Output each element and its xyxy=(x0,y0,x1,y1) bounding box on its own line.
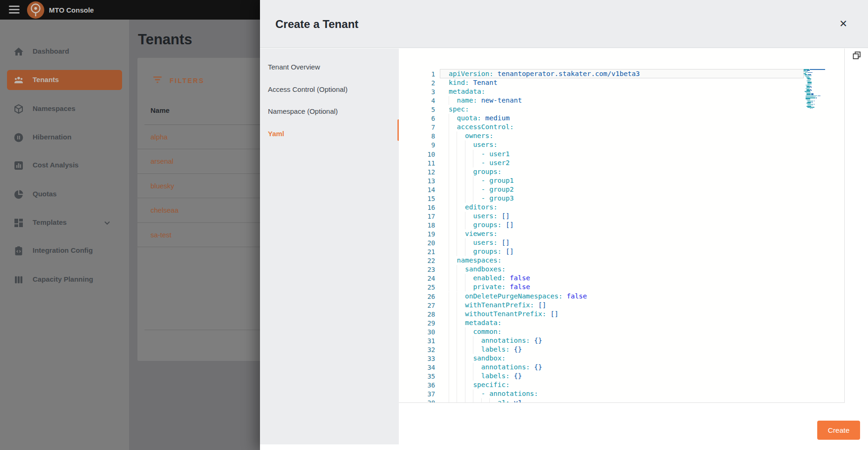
hamburger-icon[interactable] xyxy=(9,6,20,14)
line-number: 3 xyxy=(399,88,435,96)
drawer-tab-access-control-optional[interactable]: Access Control (Optional) xyxy=(260,79,399,101)
line-number: 23 xyxy=(399,265,435,274)
editor-line: 7 accessControl: xyxy=(399,123,804,132)
columns-icon xyxy=(13,274,24,285)
editor-line: 1apiVersion: tenantoperator.stakater.com… xyxy=(399,69,804,78)
filters-label: FILTERS xyxy=(170,77,205,84)
sidebar-item-integration-config[interactable]: Integration Config xyxy=(0,241,129,261)
line-number: 34 xyxy=(399,363,435,372)
line-number: 14 xyxy=(399,186,435,194)
tenant-link[interactable]: chelseaa xyxy=(150,206,178,214)
drawer-tab-tenant-overview[interactable]: Tenant Overview xyxy=(260,56,399,78)
tenant-link[interactable]: sa-test xyxy=(150,231,171,239)
line-number: 13 xyxy=(399,177,435,185)
sidebar-item-cost-analysis[interactable]: Cost Analysis xyxy=(0,155,129,176)
editor-line: 18 groups: [] xyxy=(399,221,804,229)
editor-line: 29 metadata: xyxy=(399,318,804,327)
sidebar-item-label: Templates xyxy=(33,218,67,226)
line-number: 28 xyxy=(399,310,435,318)
editor-line: 24 enabled: false xyxy=(399,274,804,283)
line-number: 33 xyxy=(399,354,435,363)
editor-line: 31 annotations: {} xyxy=(399,336,804,345)
line-number: 2 xyxy=(399,79,435,87)
editor-line: 34 annotations: {} xyxy=(399,363,804,372)
editor-line: 6 quota: medium xyxy=(399,114,804,123)
drawer-header: Create a Tenant ✕ xyxy=(260,0,868,48)
editor-line: 33 sandbox: xyxy=(399,354,804,363)
pie-chart-icon xyxy=(13,189,24,200)
line-number: 38 xyxy=(399,399,435,403)
editor-line: 22 namespaces: xyxy=(399,256,804,265)
line-number: 37 xyxy=(399,390,435,398)
clipboard-code-icon xyxy=(13,245,24,256)
editor-line: 12 groups: xyxy=(399,167,804,176)
copy-icon[interactable] xyxy=(852,51,862,61)
drawer-tab-yaml[interactable]: Yaml xyxy=(260,123,399,145)
editor-line: 38 a1: v1 xyxy=(399,398,804,403)
line-number: 10 xyxy=(399,150,435,159)
editor-line: 4 name: new-tenant xyxy=(399,96,804,105)
line-number: 12 xyxy=(399,168,435,176)
line-number: 8 xyxy=(399,132,435,140)
line-number: 16 xyxy=(399,203,435,212)
line-number: 6 xyxy=(399,114,435,123)
editor-line: 14 - group2 xyxy=(399,185,804,194)
tenant-link[interactable]: bluesky xyxy=(150,182,174,190)
column-header-name: Name xyxy=(150,106,170,114)
line-number: 21 xyxy=(399,248,435,256)
tenants-icon xyxy=(13,75,24,86)
editor-line: 30 common: xyxy=(399,327,804,336)
sidebar-item-hibernation[interactable]: Hibernation xyxy=(0,127,129,148)
mto-logo-icon xyxy=(27,1,44,19)
close-icon[interactable]: ✕ xyxy=(836,17,850,31)
sidebar-item-capacity-planning[interactable]: Capacity Planning xyxy=(0,270,129,290)
sidebar-item-templates[interactable]: Templates xyxy=(0,213,129,233)
line-number: 26 xyxy=(399,292,435,301)
sidebar-item-quotas[interactable]: Quotas xyxy=(0,184,129,205)
line-number: 32 xyxy=(399,346,435,354)
editor-line: 35 labels: {} xyxy=(399,372,804,381)
drawer-tab-label: Namespace (Optional) xyxy=(268,107,338,115)
sidebar-item-label: Dashboard xyxy=(33,47,69,55)
filter-funnel-icon xyxy=(153,76,162,86)
drawer-tab-label: Yaml xyxy=(268,130,284,138)
sidebar-item-dashboard[interactable]: Dashboard xyxy=(0,42,129,62)
line-number: 7 xyxy=(399,123,435,132)
drawer-step-nav: Tenant OverviewAccess Control (Optional)… xyxy=(260,48,399,444)
yaml-editor[interactable]: 1apiVersion: tenantoperator.stakater.com… xyxy=(399,48,845,403)
screen: MTO Console DashboardTenantsNamespacesHi… xyxy=(0,0,868,450)
sidebar-item-tenants[interactable]: Tenants xyxy=(7,70,122,90)
editor-line: 26 onDeletePurgeNamespaces: false xyxy=(399,292,804,301)
editor-line: 17 users: [] xyxy=(399,212,804,221)
create-button[interactable]: Create xyxy=(817,421,860,440)
editor-line: 10 - user1 xyxy=(399,150,804,159)
editor-line: 28 withoutTenantPrefix: [] xyxy=(399,310,804,318)
editor-minimap[interactable] xyxy=(804,69,825,172)
drawer-tab-namespace-optional[interactable]: Namespace (Optional) xyxy=(260,101,399,123)
editor-line: 8 owners: xyxy=(399,132,804,140)
filters-button[interactable]: FILTERS xyxy=(153,75,205,87)
line-number: 1 xyxy=(399,70,435,78)
sidebar-item-label: Hibernation xyxy=(33,133,71,141)
sidebar-item-label: Integration Config xyxy=(33,246,93,254)
tenant-link[interactable]: arsenal xyxy=(150,157,173,165)
editor-line: 27 withTenantPrefix: [] xyxy=(399,301,804,310)
line-number: 31 xyxy=(399,337,435,345)
line-number: 19 xyxy=(399,230,435,238)
editor-line: 20 users: [] xyxy=(399,238,804,247)
line-number: 30 xyxy=(399,328,435,336)
line-number: 22 xyxy=(399,256,435,265)
sidebar-item-namespaces[interactable]: Namespaces xyxy=(0,99,129,119)
sidebar-item-label: Tenants xyxy=(33,76,59,83)
line-number: 20 xyxy=(399,239,435,247)
grid-icon xyxy=(13,217,24,228)
editor-line: 3metadata: xyxy=(399,87,804,96)
tenant-link[interactable]: alpha xyxy=(150,133,168,141)
line-number: 9 xyxy=(399,141,435,149)
line-number: 11 xyxy=(399,159,435,167)
editor-line: 15 - group3 xyxy=(399,194,804,203)
sidebar-item-label: Cost Analysis xyxy=(33,161,79,169)
chevron-down-icon[interactable] xyxy=(103,219,111,227)
sidebar-item-label: Capacity Planning xyxy=(33,275,93,283)
home-icon xyxy=(13,46,24,57)
